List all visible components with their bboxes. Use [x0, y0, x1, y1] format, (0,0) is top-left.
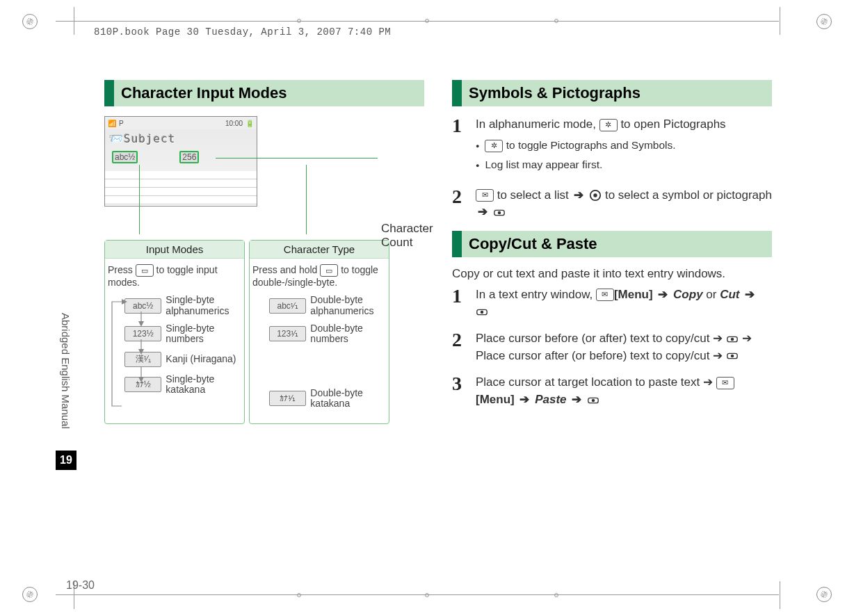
nav-center-icon-4 [726, 350, 739, 362]
copy-step-3-text: Place cursor at target location to paste… [476, 374, 772, 408]
signal-icon: 📶 [108, 120, 116, 127]
section-heading-symbols-pictographs: Symbols & Pictographs [452, 80, 772, 106]
mode-indicator-box: abc½ [112, 151, 138, 163]
asterisk-key-icon-b: ✲ [485, 140, 503, 152]
copy-step-number-2: 2 [452, 330, 469, 364]
left-column: Character Input Modes 📶 P 10:00 🔋 📨Subje… [104, 80, 424, 424]
mode-123-full: 123¹⁄₁ Double-byte numbers [269, 323, 386, 345]
nav-center-icon-5 [587, 394, 599, 407]
svg-point-9 [481, 311, 484, 314]
page-number: 19-30 [66, 579, 95, 592]
phone-screen-mock: 📶 P 10:00 🔋 📨Subject abc½ 256 [104, 116, 257, 206]
label-abc-full: Double-byte alphanumerics [310, 295, 386, 316]
svg-point-5 [593, 193, 597, 197]
svg-point-11 [731, 337, 734, 341]
nav-center-icon [493, 206, 506, 219]
mode-key-icon: ▭ [136, 264, 154, 277]
subject-field: 📨Subject [105, 129, 257, 148]
mail-key-icon: ✉ [476, 189, 494, 202]
svg-marker-1 [138, 321, 144, 327]
nav-center-icon-3 [726, 333, 739, 346]
step-1-bullet-a: ✲ to toggle Pictographs and Symbols. [476, 138, 772, 153]
mode-abc-full: abc¹⁄₁ Double-byte alphanumerics [269, 295, 386, 316]
battery-icon: 🔋 [245, 120, 254, 127]
copy-cut-intro: Copy or cut text and paste it into text … [452, 267, 772, 281]
char-count-box: 256 [179, 151, 199, 163]
svg-point-7 [497, 211, 501, 214]
step-number-1: 1 [452, 116, 469, 177]
nav-ring-icon [589, 189, 602, 202]
input-modes-instruction: Press ▭ to toggle input modes. [108, 264, 241, 288]
svg-marker-0 [122, 299, 127, 305]
asterisk-key-icon: ✲ [599, 119, 618, 131]
svg-point-13 [731, 355, 734, 358]
status-time: 10:00 [225, 120, 243, 127]
section-heading-character-input-modes: Character Input Modes [104, 80, 424, 106]
page-meta-header: 810P.book Page 30 Tuesday, April 3, 2007… [94, 26, 391, 38]
input-modes-title: Input Modes [105, 241, 244, 259]
pill-kana-full: ｶﾅ¹⁄₁ [269, 391, 306, 406]
status-p-icon: P [119, 120, 124, 127]
character-type-box: Character Type Press and hold ▭ to toggl… [249, 240, 389, 424]
copy-step-number-1: 1 [452, 286, 469, 321]
svg-marker-2 [138, 349, 144, 355]
copy-step-2-text: Place cursor before (or after) text to c… [476, 330, 772, 364]
pill-123-full: 123¹⁄₁ [269, 326, 306, 341]
character-count-callout: Character Count [381, 222, 433, 250]
copy-step-number-3: 3 [452, 374, 469, 408]
mode-key-icon-2: ▭ [320, 264, 338, 277]
phone-status-bar: 📶 P 10:00 🔋 [105, 117, 257, 129]
svg-point-15 [592, 398, 595, 402]
label-123-full: Double-byte numbers [310, 323, 386, 345]
step-number-2: 2 [452, 187, 469, 221]
sidebar-chapter-number: 19 [56, 451, 76, 470]
copy-step-1-text: In a text entry window, ✉[Menu] ➔ Copy o… [476, 286, 772, 321]
label-kana-full: Double-byte katakana [310, 388, 386, 410]
nav-center-icon-2 [476, 306, 488, 318]
right-column: Symbols & Pictographs 1 In alphanumeric … [452, 80, 772, 424]
section-heading-copy-cut-paste: Copy/Cut & Paste [452, 231, 772, 257]
sidebar-book-title: Abridged English Manual [60, 313, 72, 429]
input-modes-box: Input Modes Press ▭ to toggle input mode… [104, 240, 245, 424]
mail-key-icon-2: ✉ [596, 289, 614, 301]
step-1-text: In alphanumeric mode, ✲ to open Pictogra… [476, 116, 772, 177]
pill-abc-full: abc¹⁄₁ [269, 298, 306, 314]
step-2-text: ✉ to select a list ➔ to select a symbol … [476, 187, 772, 221]
input-modes-cycle-arrows [108, 295, 247, 434]
step-1-bullet-b: Log list may appear first. [476, 157, 772, 172]
svg-marker-3 [138, 377, 144, 382]
mode-kana-full: ｶﾅ¹⁄₁ Double-byte katakana [269, 388, 386, 410]
character-type-title: Character Type [250, 241, 389, 259]
mail-key-icon-3: ✉ [716, 377, 734, 389]
character-type-instruction: Press and hold ▭ to toggle double-/singl… [252, 264, 386, 288]
